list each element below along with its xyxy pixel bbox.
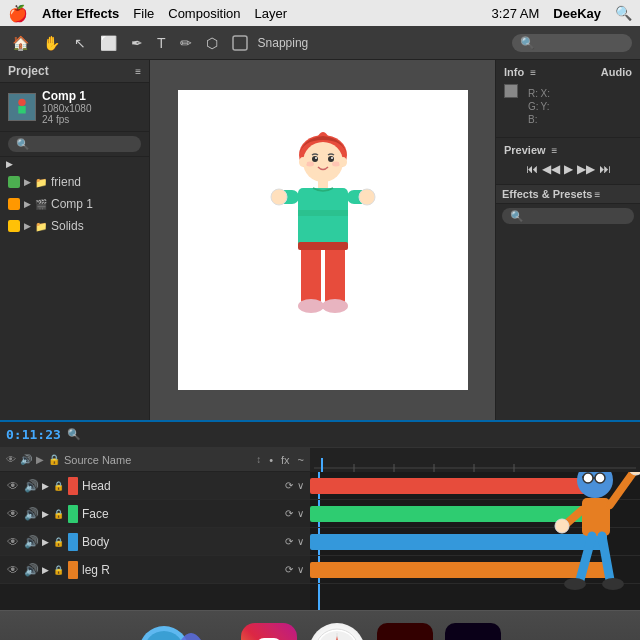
svg-point-11: [332, 162, 340, 167]
instagram-icon: [253, 635, 285, 641]
preview-rewind[interactable]: ◀◀: [542, 162, 560, 176]
layer-loop-face: ⟳: [285, 508, 293, 519]
effects-search-area: [496, 204, 640, 228]
project-menu-icon[interactable]: ≡: [135, 66, 141, 77]
eye-btn-legr[interactable]: 👁: [6, 563, 20, 577]
svg-rect-22: [298, 242, 348, 250]
project-search-input[interactable]: [8, 136, 141, 152]
info-tab[interactable]: Info: [504, 66, 524, 78]
animated-character-overlay: [440, 472, 640, 610]
lock-face[interactable]: 🔒: [53, 509, 64, 519]
expand-head[interactable]: ▶: [42, 481, 49, 491]
menu-search-icon[interactable]: 🔍: [615, 5, 632, 21]
chevron-body[interactable]: ∨: [297, 536, 304, 547]
tool-shape[interactable]: ⬡: [202, 33, 222, 53]
svg-point-24: [322, 299, 348, 313]
ghost-icon: [169, 629, 213, 641]
layer-name-face: Face: [82, 507, 281, 521]
lock-head[interactable]: 🔒: [53, 481, 64, 491]
expand-face[interactable]: ▶: [42, 509, 49, 519]
timeline-right-cols: [310, 448, 640, 471]
tool-pen[interactable]: ✒: [127, 33, 147, 53]
tool-brush[interactable]: ✏: [176, 33, 196, 53]
tool-rect[interactable]: ⬜: [96, 33, 121, 53]
expand-legr[interactable]: ▶: [42, 565, 49, 575]
preview-forward[interactable]: ▶▶: [577, 162, 595, 176]
effects-header: Effects & Presets ≡: [496, 185, 640, 204]
solo-btn-face[interactable]: 🔊: [24, 507, 38, 521]
tool-text[interactable]: T: [153, 33, 170, 53]
expand-body[interactable]: ▶: [42, 537, 49, 547]
project-item-friend[interactable]: ▶ 📁 friend: [0, 171, 149, 193]
chevron-legr[interactable]: ∨: [297, 564, 304, 575]
toolbar-search-input[interactable]: [512, 34, 632, 52]
project-panel-header: Project ≡: [0, 60, 149, 83]
composition-viewer: [178, 90, 468, 390]
chevron-head[interactable]: ∨: [297, 480, 304, 491]
effects-presets-panel: Effects & Presets ≡: [496, 185, 640, 420]
preview-controls: ⏮ ◀◀ ▶ ▶▶ ⏭: [500, 158, 636, 180]
preview-skip-end[interactable]: ⏭: [599, 162, 611, 176]
svg-point-34: [583, 473, 593, 483]
project-items-list: ▶ ▶ 📁 friend ▶ 🎬 Comp 1 ▶ 📁 Solids: [0, 157, 149, 420]
svg-point-10: [306, 162, 314, 167]
solo-btn-head[interactable]: 🔊: [24, 479, 38, 493]
preview-play[interactable]: ▶: [564, 162, 573, 176]
lock-legr[interactable]: 🔒: [53, 565, 64, 575]
b-label: B:: [528, 114, 539, 125]
menu-layer[interactable]: Layer: [255, 6, 288, 21]
eye-btn-face[interactable]: 👁: [6, 507, 20, 521]
menu-composition[interactable]: Composition: [168, 6, 240, 21]
lock-body[interactable]: 🔒: [53, 537, 64, 547]
tool-hand[interactable]: ✋: [39, 33, 64, 53]
timeline-left-panel: 👁 🔊 ▶ 🔒 Head ⟳ ∨ 👁 🔊 ▶ 🔒 Face ⟳ ∨: [0, 472, 310, 610]
svg-rect-14: [318, 180, 328, 188]
dock-finder[interactable]: [139, 623, 229, 641]
item-arrow-friend: ▶: [24, 177, 31, 187]
tool-home[interactable]: 🏠: [8, 33, 33, 53]
b-cell: B:: [528, 114, 539, 125]
expand-toggle[interactable]: ▶: [6, 159, 13, 169]
info-menu-icon[interactable]: ≡: [530, 67, 536, 78]
info-grid: R: X: G: Y: B:: [524, 84, 555, 129]
dock-instagram[interactable]: [241, 623, 297, 641]
timeline-row-head: 👁 🔊 ▶ 🔒 Head ⟳ ∨: [0, 472, 310, 500]
eye-btn-head[interactable]: 👁: [6, 479, 20, 493]
dock-illustrator[interactable]: Ai: [377, 623, 433, 641]
x-cell: X:: [541, 88, 552, 99]
effects-search-input[interactable]: [502, 208, 634, 224]
timeline-bars-panel: [310, 472, 640, 610]
apple-logo[interactable]: 🍎: [8, 4, 28, 23]
project-item-comp1[interactable]: ▶ 🎬 Comp 1: [0, 193, 149, 215]
snapping-label: Snapping: [258, 36, 309, 50]
project-item-solids[interactable]: ▶ 📁 Solids: [0, 215, 149, 237]
col-wave: ~: [298, 454, 304, 466]
timeline-row-body: 👁 🔊 ▶ 🔒 Body ⟳ ∨: [0, 528, 310, 556]
layer-color-head: [68, 477, 78, 495]
col-arrows: ↕: [256, 454, 261, 465]
svg-rect-21: [325, 246, 345, 304]
effects-menu-icon[interactable]: ≡: [595, 189, 601, 200]
preview-section: Preview ≡ ⏮ ◀◀ ▶ ▶▶ ⏭: [496, 138, 640, 185]
menu-file[interactable]: File: [133, 6, 154, 21]
app-name: After Effects: [42, 6, 119, 21]
timeline-row-face: 👁 🔊 ▶ 🔒 Face ⟳ ∨: [0, 500, 310, 528]
audio-tab[interactable]: Audio: [601, 66, 632, 78]
timecode: 0:11:23: [6, 427, 61, 442]
eye-btn-body[interactable]: 👁: [6, 535, 20, 549]
layer-loop-head: ⟳: [285, 480, 293, 491]
item-type-comp1: 🎬: [35, 199, 47, 210]
solo-btn-legr[interactable]: 🔊: [24, 563, 38, 577]
tool-select[interactable]: ↖: [70, 33, 90, 53]
character-svg: [263, 120, 383, 360]
dock-safari[interactable]: [309, 623, 365, 641]
dock-after-effects[interactable]: Ae: [445, 623, 501, 641]
col-lock: 🔒: [48, 454, 60, 465]
preview-skip-back[interactable]: ⏮: [526, 162, 538, 176]
svg-rect-0: [233, 36, 247, 50]
chevron-face[interactable]: ∨: [297, 508, 304, 519]
solo-btn-body[interactable]: 🔊: [24, 535, 38, 549]
timeline-search-icon[interactable]: 🔍: [67, 428, 81, 441]
preview-menu-icon[interactable]: ≡: [552, 145, 558, 156]
svg-point-8: [315, 157, 317, 159]
